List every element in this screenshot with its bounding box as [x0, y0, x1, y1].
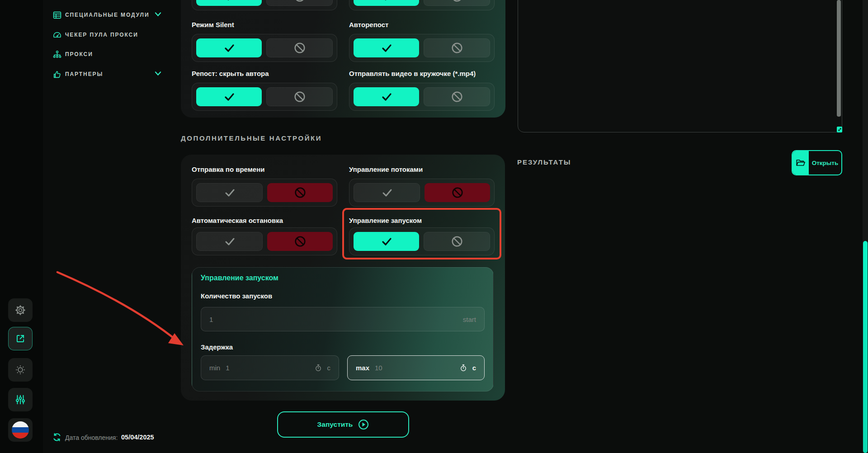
toggle-no-button[interactable] [424, 87, 490, 106]
toggle-no-button[interactable] [266, 38, 333, 57]
update-date-label: Дата обновления: [65, 434, 118, 441]
russian-flag-icon [12, 421, 29, 439]
sidebar-item-label: ПРОКСИ [65, 51, 93, 57]
toggle-cutoff-left [192, 0, 337, 10]
toggle-label-thread-control: Управление потоками [349, 165, 423, 173]
toggle-yes-button[interactable] [354, 87, 419, 106]
play-icon [358, 419, 369, 430]
toggle-no-button[interactable] [425, 183, 490, 202]
delay-min-unit: с [327, 364, 331, 372]
toggle-label-timed-send: Отправка по времени [192, 165, 264, 173]
launch-count-placeholder: start [463, 316, 476, 323]
launch-count-value: 1 [209, 316, 213, 323]
results-panel-scrollbar[interactable] [837, 0, 841, 117]
toggle-autorepost [349, 34, 495, 62]
toggle-label-launch-control: Управление запуском [349, 217, 422, 224]
toggle-yes-button[interactable] [354, 183, 420, 202]
sidebar-item-label: ПАРТНЕРЫ [65, 71, 103, 77]
icon-rail [0, 0, 43, 453]
chevron-down-icon [155, 71, 161, 76]
external-link-icon [15, 333, 26, 344]
brightness-icon [14, 364, 26, 376]
toggle-launch-control [349, 227, 495, 255]
toggle-timed-send [192, 179, 337, 207]
results-heading: РЕЗУЛЬТАТЫ [517, 158, 571, 166]
toggle-no-button[interactable] [267, 232, 333, 251]
update-date-value: 05/04/2025 [121, 434, 154, 441]
sidebar-item-special-modules[interactable]: СПЕЦИАЛЬНЫЕ МОДУЛИ [53, 8, 170, 22]
sidebar-item-proxy-pool-checker[interactable]: ЧЕКЕР ПУЛА ПРОКСИ [53, 28, 170, 42]
theme-brightness-button[interactable] [8, 358, 33, 382]
open-external-button[interactable] [8, 327, 33, 350]
thumbs-up-icon [53, 70, 61, 79]
toggle-yes-button[interactable] [354, 0, 419, 6]
toggle-cutoff-right [349, 0, 495, 10]
open-button-label: Открыть [809, 151, 841, 175]
toggle-label-silent-mode: Режим Silent [192, 21, 234, 28]
toggle-label-auto-stop: Автоматическая остановка [192, 217, 283, 224]
network-icon [53, 50, 61, 59]
delay-max-value: 10 [375, 364, 382, 372]
stopwatch-icon [315, 364, 322, 372]
toggle-thread-control [349, 179, 495, 207]
delay-max-input[interactable]: max 10 с [347, 355, 485, 380]
delay-min-value: 1 [226, 364, 229, 372]
delay-max-prefix: max [356, 364, 369, 372]
toggle-no-button[interactable] [266, 87, 333, 106]
sidebar-item-label: СПЕЦИАЛЬНЫЕ МОДУЛИ [65, 12, 149, 18]
delay-max-unit: с [472, 364, 476, 372]
settings-button[interactable] [8, 298, 33, 322]
equalizer-sliders-icon [14, 394, 26, 406]
results-log-panel[interactable] [518, 0, 842, 132]
sidebar-item-partners[interactable]: ПАРТНЕРЫ [53, 67, 170, 81]
run-button[interactable]: Запустить [277, 411, 409, 438]
toggle-yes-button[interactable] [196, 232, 263, 251]
open-results-button[interactable]: Открыть [792, 150, 842, 175]
delay-label: Задержка [201, 343, 233, 351]
page-scrollbar-thumb[interactable] [863, 241, 868, 453]
gear-icon [14, 304, 26, 316]
gauge-icon [53, 31, 61, 39]
launch-count-input[interactable]: 1 start [201, 307, 485, 331]
filters-button[interactable] [8, 388, 33, 411]
stopwatch-icon [460, 364, 467, 372]
toggle-no-button[interactable] [424, 0, 490, 6]
toggle-hide-author [192, 83, 337, 111]
toggle-no-button[interactable] [424, 232, 490, 251]
sidebar-item-proxy[interactable]: ПРОКСИ [53, 47, 170, 61]
toggle-no-button[interactable] [424, 38, 490, 57]
toggle-yes-button[interactable] [196, 0, 262, 6]
toggle-yes-button[interactable] [354, 38, 419, 57]
modules-table-icon [53, 11, 61, 19]
toggle-auto-stop [192, 227, 337, 255]
toggle-yes-button[interactable] [196, 38, 262, 57]
toggle-no-button[interactable] [267, 183, 333, 202]
toggle-yes-button[interactable] [196, 87, 262, 106]
toggle-no-button[interactable] [266, 0, 333, 6]
language-button[interactable] [8, 418, 33, 442]
toggle-label-autorepost: Авторепост [349, 21, 388, 28]
delay-min-input[interactable]: min 1 с [201, 355, 339, 380]
folder-open-icon [793, 151, 809, 175]
refresh-icon[interactable] [52, 433, 61, 442]
toggle-label-hide-author: Репост: скрыть автора [192, 70, 269, 77]
chevron-down-icon [155, 12, 161, 17]
toggle-yes-button[interactable] [196, 183, 263, 202]
additional-settings-heading: ДОПОЛНИТЕЛЬНЫЕ НАСТРОЙКИ [181, 134, 322, 142]
launch-panel-title: Управление запуском [201, 274, 278, 282]
toggle-yes-button[interactable] [354, 232, 419, 251]
sidebar-item-label: ЧЕКЕР ПУЛА ПРОКСИ [65, 32, 138, 38]
launch-count-label: Количество запусков [201, 292, 272, 300]
app-window: СПЕЦИАЛЬНЫЕ МОДУЛИ ЧЕКЕР ПУЛА ПРОКСИ ПРО… [0, 0, 868, 453]
run-button-label: Запустить [317, 420, 353, 429]
delay-min-prefix: min [209, 364, 220, 372]
resize-handle-icon[interactable] [837, 127, 842, 132]
toggle-label-video-circle: Отправлять видео в кружочке (*.mp4) [349, 70, 476, 77]
toggle-silent-mode [192, 34, 337, 62]
toggle-video-circle [349, 83, 495, 111]
